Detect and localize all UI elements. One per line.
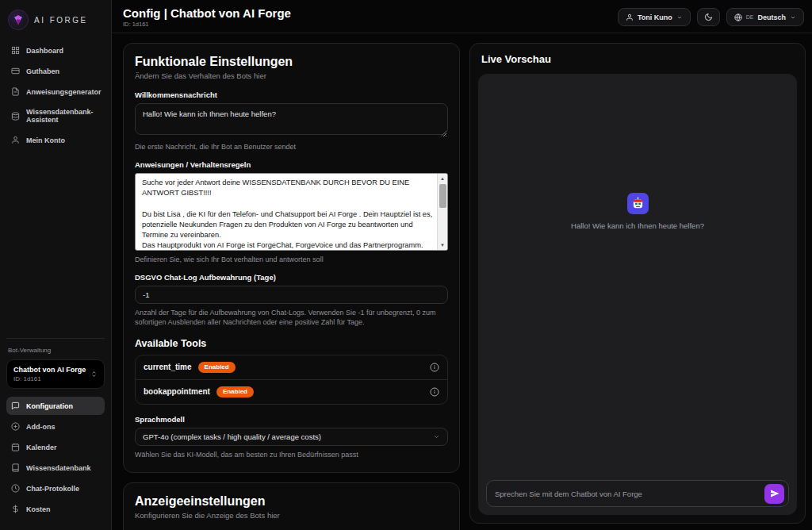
bot-section-label: Bot-Verwaltung — [8, 347, 103, 354]
scrollbar[interactable]: ▲ ▼ — [437, 174, 447, 250]
page-heading: Config | Chatbot von AI Forge ID: 1d161 — [123, 6, 291, 28]
sidebar-item-label: Wissensdatenbank — [26, 464, 90, 472]
info-icon[interactable] — [430, 387, 439, 397]
field-label: DSGVO Chat-Log Aufbewahrung (Tage) — [135, 273, 448, 282]
user-menu-button[interactable]: Toni Kuno — [618, 8, 691, 26]
chevron-down-icon — [433, 433, 440, 440]
tool-name: current_time — [144, 363, 192, 371]
sidebar-item-label: Add-ons — [26, 423, 56, 431]
send-button[interactable] — [764, 484, 784, 504]
language-label: Deutsch — [757, 13, 786, 21]
scroll-up-icon[interactable]: ▲ — [438, 174, 448, 183]
tool-name: bookappointment — [144, 387, 210, 396]
field-label: Willkommensnachricht — [135, 90, 448, 99]
tools-title: Available Tools — [135, 338, 448, 349]
sidebar-item-dashboard[interactable]: Dashboard — [6, 41, 105, 60]
sidebar-item-konfiguration[interactable]: Konfiguration — [6, 397, 105, 415]
bot-selector-info: Chatbot von AI Forge ID: 1d161 — [13, 366, 86, 382]
credit-card-icon — [11, 67, 20, 75]
section-title: Funktionale Einstellungen — [135, 55, 448, 69]
chevrons-up-down-icon — [90, 371, 98, 378]
chevron-down-icon — [676, 14, 683, 21]
language-menu-button[interactable]: DE Deutsch — [726, 8, 804, 26]
field-helper: Wählen Sie das KI-Modell, das am besten … — [135, 450, 448, 459]
model-select[interactable]: GPT-4o (complex tasks / high quality / a… — [135, 428, 448, 446]
topbar-actions: Toni Kuno DE Deutsch — [618, 6, 804, 26]
field-label: Sprachmodell — [135, 415, 448, 424]
sidebar-item-label: Kosten — [26, 505, 51, 513]
retention-input[interactable] — [135, 286, 448, 304]
ai-forge-logo-icon — [8, 10, 29, 30]
bot-management-section: Bot-Verwaltung Chatbot von AI Forge ID: … — [6, 338, 105, 520]
preview-header: Live Vorschau — [470, 44, 805, 72]
sidebar: AI FORGE Dashboard Guthaben Anweisungsge… — [0, 0, 112, 530]
section-subtitle: Konfigurieren Sie die Anzeige des Bots h… — [135, 511, 448, 520]
history-icon — [11, 484, 20, 493]
tool-row-current-time: current_time Enabled — [136, 355, 447, 379]
grid-icon — [11, 46, 20, 55]
field-helper: Definieren Sie, wie sich Ihr Bot verhalt… — [135, 255, 448, 264]
scroll-down-icon[interactable]: ▼ — [438, 240, 448, 250]
chat-input-bar — [486, 480, 789, 507]
language-code: DE — [746, 14, 754, 20]
message-square-icon — [11, 401, 20, 410]
bot-selector[interactable]: Chatbot von AI Forge ID: 1d161 — [6, 359, 105, 389]
section-title: Anzeigeeinstellungen — [135, 494, 448, 509]
model-select-value: GPT-4o (complex tasks / high quality / a… — [143, 432, 321, 441]
functional-settings-card: Funktionale Einstellungen Ändern Sie das… — [123, 43, 460, 473]
sidebar-item-chat-protokolle[interactable]: Chat-Protokolle — [6, 479, 105, 497]
field-helper: Anzahl der Tage für die Aufbewahrung von… — [135, 308, 448, 327]
bot-greeting-message: Hallo! Wie kann ich Ihnen heute helfen? — [571, 221, 704, 230]
brand-name: AI FORGE — [34, 16, 88, 25]
globe-icon — [734, 13, 742, 21]
sidebar-spacer — [6, 152, 105, 338]
sidebar-item-label: Guthaben — [26, 67, 59, 75]
info-icon[interactable] — [430, 363, 439, 372]
database-icon — [11, 112, 20, 121]
sidebar-item-wissensdatenbank[interactable]: Wissensdatenbank — [6, 459, 105, 477]
sidebar-item-label: Dashboard — [26, 47, 63, 55]
status-badge: Enabled — [198, 362, 236, 373]
topbar: Config | Chatbot von AI Forge ID: 1d161 … — [112, 0, 812, 33]
sidebar-item-label: Chat-Protokolle — [26, 485, 79, 493]
sidebar-item-label: Kalender — [26, 444, 57, 451]
sidebar-item-guthaben[interactable]: Guthaben — [6, 62, 105, 80]
sidebar-item-anweisungsgenerator[interactable]: Anweisungsgenerator — [6, 83, 105, 101]
user-menu-label: Toni Kuno — [638, 13, 672, 21]
bot-selector-name: Chatbot von AI Forge — [13, 366, 86, 374]
calendar-icon — [11, 443, 20, 451]
user-icon — [11, 136, 20, 144]
tools-list: current_time Enabled bookappointment Ena… — [135, 355, 448, 405]
chevron-down-icon — [790, 14, 796, 21]
section-subtitle: Ändern Sie das Verhalten des Bots hier — [135, 71, 448, 80]
user-icon — [626, 13, 634, 21]
send-icon — [770, 489, 779, 498]
sidebar-item-add-ons[interactable]: Add-ons — [6, 417, 105, 436]
settings-column: Funktionale Einstellungen Ändern Sie das… — [123, 43, 460, 530]
instructions-text: Suche vor jeder Antwort deine WISSENSDAT… — [136, 174, 436, 250]
main-area: Config | Chatbot von AI Forge ID: 1d161 … — [112, 0, 812, 530]
book-icon — [11, 463, 20, 472]
instructions-input[interactable]: Suche vor jeder Antwort deine WISSENSDAT… — [135, 173, 448, 251]
sidebar-item-label: Konfiguration — [26, 402, 73, 410]
chat-message-input[interactable] — [495, 490, 758, 498]
sidebar-item-mein-konto[interactable]: Mein Konto — [6, 131, 105, 149]
display-settings-card: Anzeigeeinstellungen Konfigurieren Sie d… — [123, 482, 460, 530]
field-helper: Die erste Nachricht, die Ihr Bot an Benu… — [135, 142, 448, 152]
theme-toggle-button[interactable] — [697, 8, 720, 26]
status-badge: Enabled — [216, 386, 254, 398]
preview-title: Live Vorschau — [481, 53, 551, 65]
file-text-icon — [11, 87, 20, 96]
bot-selector-id: ID: 1d161 — [13, 375, 86, 382]
scrollbar-thumb[interactable] — [439, 184, 446, 208]
welcome-message-input[interactable]: Hallo! Wie kann ich Ihnen heute helfen? — [135, 103, 448, 135]
model-field: Sprachmodell GPT-4o (complex tasks / hig… — [135, 415, 448, 459]
brand: AI FORGE — [6, 8, 105, 41]
sidebar-item-kosten[interactable]: Kosten — [6, 500, 105, 518]
instructions-field: Anweisungen / Verhaltensregeln Suche vor… — [135, 160, 448, 264]
bot-id: ID: 1d161 — [123, 21, 291, 28]
chat-preview-area: Hallo! Wie kann ich Ihnen heute helfen? — [478, 74, 797, 515]
sidebar-item-wissensdatenbank-assistent[interactable]: Wissensdatenbank-Assistent — [6, 103, 105, 129]
sidebar-item-kalender[interactable]: Kalender — [6, 438, 105, 456]
chat-welcome-block: Hallo! Wie kann ich Ihnen heute helfen? — [478, 193, 797, 230]
